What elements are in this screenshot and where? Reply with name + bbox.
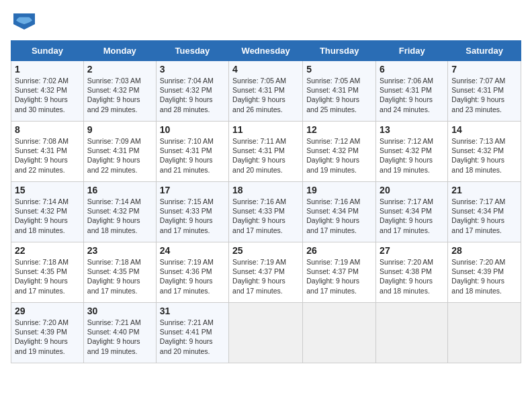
day-header-sunday: Sunday — [11, 41, 84, 61]
day-number: 11 — [232, 124, 299, 135]
calendar-cell: 13 Sunrise: 7:12 AM Sunset: 4:32 PM Dayl… — [376, 122, 448, 182]
day-number: 7 — [451, 64, 517, 75]
day-header-tuesday: Tuesday — [156, 41, 228, 61]
day-info: Sunrise: 7:13 AM Sunset: 4:32 PM Dayligh… — [451, 136, 517, 175]
day-info: Sunrise: 7:14 AM Sunset: 4:32 PM Dayligh… — [15, 197, 80, 235]
calendar-cell: 21 Sunrise: 7:17 AM Sunset: 4:34 PM Dayl… — [448, 182, 521, 242]
logo — [11, 11, 40, 35]
day-header-monday: Monday — [83, 41, 156, 61]
day-number: 14 — [451, 124, 517, 135]
day-info: Sunrise: 7:20 AM Sunset: 4:38 PM Dayligh… — [380, 257, 444, 295]
day-info: Sunrise: 7:09 AM Sunset: 4:31 PM Dayligh… — [87, 136, 152, 175]
day-info: Sunrise: 7:17 AM Sunset: 4:34 PM Dayligh… — [451, 197, 517, 235]
day-header-thursday: Thursday — [303, 41, 376, 61]
calendar-cell: 14 Sunrise: 7:13 AM Sunset: 4:32 PM Dayl… — [448, 122, 521, 182]
calendar-cell: 16 Sunrise: 7:14 AM Sunset: 4:32 PM Dayl… — [83, 182, 156, 242]
day-number: 4 — [232, 64, 299, 75]
day-info: Sunrise: 7:14 AM Sunset: 4:32 PM Dayligh… — [87, 197, 152, 235]
day-info: Sunrise: 7:17 AM Sunset: 4:34 PM Dayligh… — [380, 197, 444, 235]
day-info: Sunrise: 7:21 AM Sunset: 4:41 PM Dayligh… — [160, 318, 225, 356]
day-number: 13 — [380, 124, 444, 135]
calendar-cell: 17 Sunrise: 7:15 AM Sunset: 4:33 PM Dayl… — [156, 182, 228, 242]
day-number: 5 — [306, 64, 372, 75]
day-info: Sunrise: 7:06 AM Sunset: 4:31 PM Dayligh… — [380, 76, 444, 114]
calendar-cell: 8 Sunrise: 7:08 AM Sunset: 4:31 PM Dayli… — [11, 122, 84, 182]
calendar-cell: 23 Sunrise: 7:18 AM Sunset: 4:35 PM Dayl… — [83, 242, 156, 303]
calendar-cell: 3 Sunrise: 7:04 AM Sunset: 4:32 PM Dayli… — [156, 61, 228, 122]
day-info: Sunrise: 7:20 AM Sunset: 4:39 PM Dayligh… — [15, 318, 80, 356]
day-header-friday: Friday — [376, 41, 448, 61]
calendar-cell: 19 Sunrise: 7:16 AM Sunset: 4:34 PM Dayl… — [303, 182, 376, 242]
calendar-cell: 1 Sunrise: 7:02 AM Sunset: 4:32 PM Dayli… — [11, 61, 84, 122]
day-number: 16 — [87, 185, 152, 195]
calendar-cell: 4 Sunrise: 7:05 AM Sunset: 4:31 PM Dayli… — [229, 61, 303, 122]
day-number: 12 — [306, 124, 372, 135]
day-header-saturday: Saturday — [448, 41, 521, 61]
day-number: 25 — [232, 245, 299, 256]
day-info: Sunrise: 7:16 AM Sunset: 4:33 PM Dayligh… — [232, 197, 299, 235]
day-info: Sunrise: 7:11 AM Sunset: 4:31 PM Dayligh… — [232, 136, 299, 175]
calendar-cell: 11 Sunrise: 7:11 AM Sunset: 4:31 PM Dayl… — [229, 122, 303, 182]
day-info: Sunrise: 7:18 AM Sunset: 4:35 PM Dayligh… — [15, 257, 80, 295]
day-info: Sunrise: 7:10 AM Sunset: 4:31 PM Dayligh… — [160, 136, 225, 175]
day-number: 3 — [160, 64, 225, 75]
calendar-cell: 7 Sunrise: 7:07 AM Sunset: 4:31 PM Dayli… — [448, 61, 521, 122]
day-info: Sunrise: 7:21 AM Sunset: 4:40 PM Dayligh… — [87, 318, 152, 356]
calendar-cell: 18 Sunrise: 7:16 AM Sunset: 4:33 PM Dayl… — [229, 182, 303, 242]
day-number: 29 — [15, 306, 80, 316]
calendar-cell — [448, 303, 521, 363]
calendar-cell: 31 Sunrise: 7:21 AM Sunset: 4:41 PM Dayl… — [156, 303, 228, 363]
calendar-cell — [229, 303, 303, 363]
day-number: 19 — [306, 185, 372, 195]
day-info: Sunrise: 7:20 AM Sunset: 4:39 PM Dayligh… — [451, 257, 517, 295]
day-number: 8 — [15, 124, 80, 135]
calendar-cell: 28 Sunrise: 7:20 AM Sunset: 4:39 PM Dayl… — [448, 242, 521, 303]
day-info: Sunrise: 7:03 AM Sunset: 4:32 PM Dayligh… — [87, 76, 152, 114]
calendar-cell: 9 Sunrise: 7:09 AM Sunset: 4:31 PM Dayli… — [83, 122, 156, 182]
calendar: SundayMondayTuesdayWednesdayThursdayFrid… — [11, 40, 521, 363]
calendar-cell — [376, 303, 448, 363]
day-info: Sunrise: 7:05 AM Sunset: 4:31 PM Dayligh… — [232, 76, 299, 114]
calendar-cell — [303, 303, 376, 363]
day-info: Sunrise: 7:19 AM Sunset: 4:36 PM Dayligh… — [160, 257, 225, 295]
calendar-cell: 24 Sunrise: 7:19 AM Sunset: 4:36 PM Dayl… — [156, 242, 228, 303]
calendar-cell: 15 Sunrise: 7:14 AM Sunset: 4:32 PM Dayl… — [11, 182, 84, 242]
calendar-cell: 22 Sunrise: 7:18 AM Sunset: 4:35 PM Dayl… — [11, 242, 84, 303]
day-info: Sunrise: 7:12 AM Sunset: 4:32 PM Dayligh… — [306, 136, 372, 175]
day-number: 23 — [87, 245, 152, 256]
calendar-cell: 29 Sunrise: 7:20 AM Sunset: 4:39 PM Dayl… — [11, 303, 84, 363]
day-number: 17 — [160, 185, 225, 195]
day-info: Sunrise: 7:16 AM Sunset: 4:34 PM Dayligh… — [306, 197, 372, 235]
day-number: 26 — [306, 245, 372, 256]
day-number: 18 — [232, 185, 299, 195]
calendar-cell: 6 Sunrise: 7:06 AM Sunset: 4:31 PM Dayli… — [376, 61, 448, 122]
day-number: 21 — [451, 185, 517, 195]
day-info: Sunrise: 7:19 AM Sunset: 4:37 PM Dayligh… — [232, 257, 299, 295]
day-number: 15 — [15, 185, 80, 195]
day-info: Sunrise: 7:02 AM Sunset: 4:32 PM Dayligh… — [15, 76, 80, 114]
day-info: Sunrise: 7:04 AM Sunset: 4:32 PM Dayligh… — [160, 76, 225, 114]
header — [11, 11, 521, 35]
calendar-cell: 10 Sunrise: 7:10 AM Sunset: 4:31 PM Dayl… — [156, 122, 228, 182]
day-header-wednesday: Wednesday — [229, 41, 303, 61]
day-info: Sunrise: 7:05 AM Sunset: 4:31 PM Dayligh… — [306, 76, 372, 114]
day-number: 22 — [15, 245, 80, 256]
calendar-cell: 26 Sunrise: 7:19 AM Sunset: 4:37 PM Dayl… — [303, 242, 376, 303]
day-info: Sunrise: 7:12 AM Sunset: 4:32 PM Dayligh… — [380, 136, 444, 175]
day-number: 28 — [451, 245, 517, 256]
calendar-cell: 30 Sunrise: 7:21 AM Sunset: 4:40 PM Dayl… — [83, 303, 156, 363]
day-number: 30 — [87, 306, 152, 316]
day-info: Sunrise: 7:19 AM Sunset: 4:37 PM Dayligh… — [306, 257, 372, 295]
day-number: 9 — [87, 124, 152, 135]
calendar-cell: 5 Sunrise: 7:05 AM Sunset: 4:31 PM Dayli… — [303, 61, 376, 122]
day-number: 1 — [15, 64, 80, 75]
day-info: Sunrise: 7:15 AM Sunset: 4:33 PM Dayligh… — [160, 197, 225, 235]
day-info: Sunrise: 7:08 AM Sunset: 4:31 PM Dayligh… — [15, 136, 80, 175]
day-number: 27 — [380, 245, 444, 256]
day-number: 10 — [160, 124, 225, 135]
calendar-cell: 2 Sunrise: 7:03 AM Sunset: 4:32 PM Dayli… — [83, 61, 156, 122]
day-number: 31 — [160, 306, 225, 316]
calendar-cell: 25 Sunrise: 7:19 AM Sunset: 4:37 PM Dayl… — [229, 242, 303, 303]
calendar-cell: 27 Sunrise: 7:20 AM Sunset: 4:38 PM Dayl… — [376, 242, 448, 303]
calendar-cell: 20 Sunrise: 7:17 AM Sunset: 4:34 PM Dayl… — [376, 182, 448, 242]
